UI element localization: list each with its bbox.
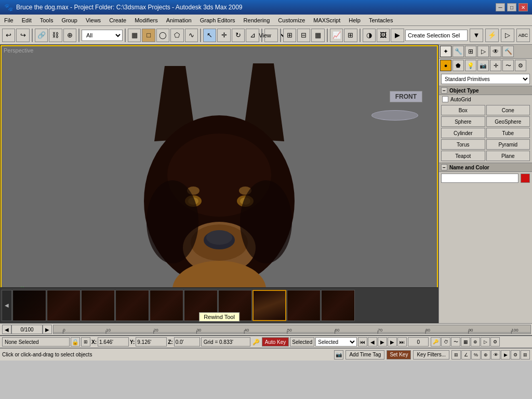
render-button2[interactable]: ▷ xyxy=(481,337,490,347)
film-frame-2[interactable] xyxy=(81,290,115,321)
extra-btn2[interactable]: ⚙ xyxy=(511,350,520,360)
next-frame-button[interactable]: ▶ xyxy=(388,337,397,347)
percent-snap[interactable]: % xyxy=(471,350,481,360)
prev-frame-button[interactable]: ◀ xyxy=(368,337,377,347)
z-coord-input[interactable] xyxy=(174,337,200,347)
bind-button[interactable]: ⊕ xyxy=(63,29,76,42)
timeline-ruler[interactable]: 0 10 20 30 40 50 60 70 80 90 1 xyxy=(53,325,531,334)
time-config-button[interactable]: ⏱ xyxy=(441,337,450,347)
menu-file[interactable]: File xyxy=(0,16,18,24)
play-anim-btn[interactable]: ▶ xyxy=(501,350,510,360)
maximize-button[interactable]: □ xyxy=(507,3,516,11)
abc-btn[interactable]: ABC xyxy=(516,29,530,42)
panel-subtab-helpers[interactable]: ✛ xyxy=(490,60,501,71)
spinner-snap[interactable]: ⊕ xyxy=(481,350,490,360)
rotate-button[interactable]: ↻ xyxy=(232,29,245,42)
extra-btn[interactable]: ⚙ xyxy=(490,337,500,347)
play-button[interactable]: ▶ xyxy=(378,337,387,347)
panel-tab-hierarchy[interactable]: ⊞ xyxy=(465,46,476,57)
move-button[interactable]: ✛ xyxy=(217,29,230,42)
angle-snap[interactable]: ∠ xyxy=(461,350,471,360)
go-to-start-button[interactable]: ⏮ xyxy=(358,337,367,347)
close-button[interactable]: ✕ xyxy=(518,3,528,11)
menu-rendering[interactable]: Rendering xyxy=(240,16,274,24)
view-dropdown-btn[interactable]: View Screen World Parent Local xyxy=(264,29,278,42)
panel-tab-utilities[interactable]: 🔨 xyxy=(502,46,514,57)
create-selection-input[interactable] xyxy=(405,30,468,41)
box-button[interactable]: Box xyxy=(441,105,485,115)
select-fence-button[interactable]: ⬠ xyxy=(170,29,183,42)
isolate-btn[interactable]: 👁 xyxy=(491,350,500,360)
snap-button[interactable]: ⊕ xyxy=(471,337,480,347)
auto-key-button[interactable]: Auto Key xyxy=(262,337,289,347)
cone-button[interactable]: Cone xyxy=(486,105,530,115)
transform-icon[interactable]: ⊞ xyxy=(81,337,90,347)
torus-button[interactable]: Torus xyxy=(441,139,485,150)
plane-button[interactable]: Plane xyxy=(486,151,530,161)
highlight-btn[interactable]: ⚡ xyxy=(485,29,499,42)
film-frame-4[interactable] xyxy=(150,290,183,321)
render-scene-button[interactable]: 🖼 xyxy=(377,29,390,42)
current-frame-input[interactable] xyxy=(408,337,429,347)
film-frame-9[interactable] xyxy=(321,290,355,321)
y-coord-input[interactable] xyxy=(136,337,167,347)
select-region-circle-button[interactable]: ◯ xyxy=(156,29,169,42)
playback-btn[interactable]: ▷ xyxy=(501,29,514,42)
menu-tentacles[interactable]: Tentacles xyxy=(365,16,397,24)
filter-button[interactable]: ▦ xyxy=(461,337,470,347)
sphere-button[interactable]: Sphere xyxy=(441,116,485,127)
menu-maxscript[interactable]: MAXScript xyxy=(309,16,344,24)
panel-subtab-lights[interactable]: 💡 xyxy=(465,60,476,71)
object-category-dropdown[interactable]: Standard Primitives Extended Primitives … xyxy=(441,74,530,84)
timeline-left-arrow[interactable]: ◀ xyxy=(2,325,11,334)
key-mode-button[interactable]: 🔑 xyxy=(431,337,441,347)
undo-button[interactable]: ↩ xyxy=(2,29,15,42)
object-name-input[interactable] xyxy=(441,174,518,183)
panel-subtab-spacewarps[interactable]: 〜 xyxy=(502,60,514,71)
select-object-button[interactable]: ↖ xyxy=(203,29,216,42)
film-frame-8[interactable] xyxy=(287,290,321,321)
panel-tab-motion[interactable]: ▷ xyxy=(477,46,489,57)
panel-subtab-cameras[interactable]: 📷 xyxy=(477,60,489,71)
geosphere-button[interactable]: GeoSphere xyxy=(486,116,530,127)
named-sel-arrow[interactable]: ▼ xyxy=(470,29,483,42)
panel-subtab-systems[interactable]: ⚙ xyxy=(515,60,526,71)
material-editor-button[interactable]: ◑ xyxy=(363,29,376,42)
panel-subtab-shapes[interactable]: ⬟ xyxy=(453,60,464,71)
go-to-end-button[interactable]: ⏭ xyxy=(397,337,407,347)
x-coord-input[interactable] xyxy=(98,337,129,347)
pyramid-button[interactable]: Pyramid xyxy=(486,139,530,150)
viewport[interactable]: Perspective xyxy=(0,45,438,323)
quick-render-button[interactable]: ▶ xyxy=(391,29,404,42)
snap-toggle[interactable]: ⊞ xyxy=(451,350,461,360)
extra-btn3[interactable]: ⊞ xyxy=(521,350,530,360)
layer-button[interactable]: ▦ xyxy=(311,29,324,42)
minimize-button[interactable]: ─ xyxy=(496,3,505,11)
timeline-right-arrow[interactable]: ▶ xyxy=(43,325,52,334)
panel-tab-modify[interactable]: 🔧 xyxy=(453,46,464,57)
color-swatch[interactable] xyxy=(521,174,530,183)
mini-curve-button[interactable]: 〜 xyxy=(451,337,460,347)
film-frame-3[interactable] xyxy=(115,290,149,321)
film-frame-prev[interactable]: ◀ xyxy=(2,290,12,321)
menu-group[interactable]: Group xyxy=(57,16,82,24)
select-link-button[interactable]: 🔗 xyxy=(35,29,48,42)
menu-create[interactable]: Create xyxy=(105,16,130,24)
object-type-collapse[interactable]: − xyxy=(441,87,447,94)
select-by-name-button[interactable]: ▦ xyxy=(128,29,141,42)
teapot-button[interactable]: Teapot xyxy=(441,151,485,161)
select-region-rect-button[interactable]: □ xyxy=(142,29,155,42)
menu-help[interactable]: Help xyxy=(344,16,365,24)
cylinder-button[interactable]: Cylinder xyxy=(441,128,485,138)
panel-tab-display[interactable]: 👁 xyxy=(490,46,501,57)
lock-icon[interactable]: 🔒 xyxy=(71,337,80,347)
panel-tab-create[interactable]: ✦ xyxy=(440,46,451,57)
selected-dropdown[interactable]: Selected All None xyxy=(315,337,357,347)
film-frame-1[interactable] xyxy=(47,290,81,321)
menu-edit[interactable]: Edit xyxy=(18,16,36,24)
selection-filter-dropdown[interactable]: All Geometry Shapes Lights Cameras xyxy=(82,30,123,41)
menu-modifiers[interactable]: Modifiers xyxy=(130,16,162,24)
menu-views[interactable]: Views xyxy=(82,16,105,24)
autogrid-checkbox[interactable] xyxy=(442,96,448,102)
key-filters-button[interactable]: Key Filters... xyxy=(413,350,449,360)
